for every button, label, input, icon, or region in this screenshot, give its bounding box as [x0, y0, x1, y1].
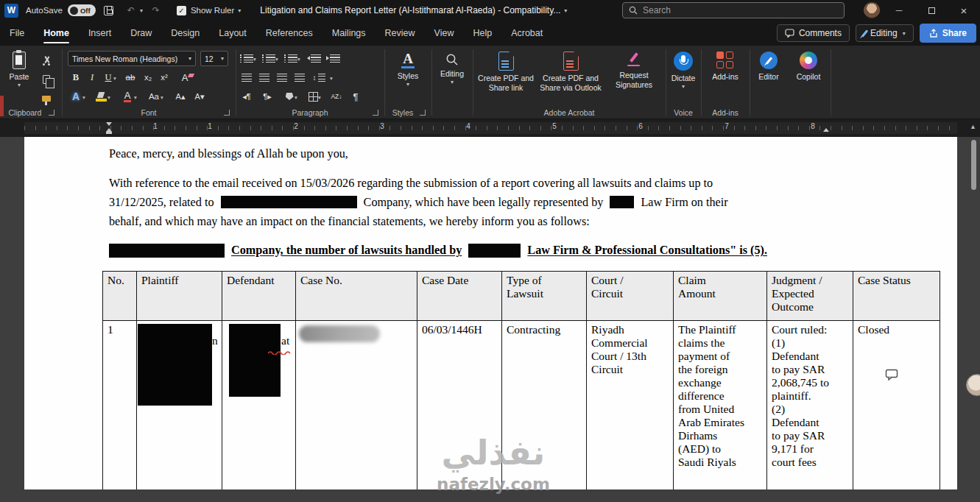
vertical-scrollbar-thumb[interactable] — [971, 140, 976, 190]
minimize-button[interactable]: ─ — [883, 0, 915, 21]
user-avatar[interactable] — [864, 2, 880, 18]
format-painter-button[interactable] — [38, 91, 54, 106]
superscript-button[interactable]: x² — [156, 70, 172, 85]
shading-chevron-icon[interactable]: ▾ — [295, 94, 297, 101]
tab-layout[interactable]: Layout — [209, 21, 256, 46]
align-left-button[interactable] — [239, 70, 255, 85]
multilevel-chevron-icon[interactable]: ▾ — [297, 56, 300, 63]
underline-chevron-icon[interactable]: ▾ — [113, 75, 116, 82]
highlight-chevron-icon[interactable]: ▾ — [107, 94, 110, 101]
styles-button[interactable]: A Styles ▾ — [390, 52, 426, 88]
copilot-button[interactable]: Copilot — [789, 52, 828, 82]
presence-avatar[interactable] — [966, 374, 980, 396]
justify-button[interactable] — [292, 70, 308, 85]
tab-home[interactable]: Home — [34, 21, 79, 46]
document-title[interactable]: Litigation and Claims Report Letter (Al-… — [260, 5, 560, 15]
close-button[interactable]: × — [948, 0, 980, 21]
tab-mailings[interactable]: Mailings — [322, 21, 376, 46]
share-button[interactable]: Share — [920, 24, 976, 43]
line-spacing-chevron-icon[interactable]: ▾ — [330, 75, 333, 82]
addins-button[interactable]: Add-ins — [708, 52, 743, 82]
change-case-button[interactable]: Aa — [146, 89, 162, 104]
editor-button[interactable]: Editor — [751, 52, 786, 82]
grow-font-button[interactable]: A▴ — [172, 89, 188, 104]
tab-acrobat[interactable]: Acrobat — [501, 21, 552, 46]
redo-button[interactable]: ↷ — [147, 2, 165, 18]
strikethrough-button[interactable]: ab — [122, 70, 138, 85]
tab-draw[interactable]: Draw — [121, 21, 161, 46]
undo-button[interactable]: ↶ — [122, 2, 140, 18]
change-case-chevron-icon[interactable]: ▾ — [161, 94, 163, 101]
text-effects-chevron-icon[interactable]: ▾ — [82, 94, 85, 101]
cut-button[interactable] — [38, 53, 54, 68]
tab-insert[interactable]: Insert — [79, 21, 121, 46]
request-signatures-button[interactable]: Request Signatures — [604, 52, 664, 89]
tab-design[interactable]: Design — [161, 21, 209, 46]
ltr-direction-button[interactable]: ¶▸ — [259, 89, 275, 104]
search-input[interactable] — [643, 5, 819, 15]
horizontal-ruler[interactable] — [24, 122, 957, 134]
editing-menu-button[interactable]: Editing ▾ — [436, 53, 468, 85]
editing-mode-dropdown[interactable]: Editing ▾ — [856, 24, 914, 42]
multilevel-list-button[interactable] — [283, 51, 299, 66]
create-pdf-share-link-button[interactable]: Create PDF and Share link — [474, 52, 537, 92]
shrink-font-button[interactable]: A▾ — [191, 89, 208, 104]
undo-chevron-icon[interactable]: ▾ — [140, 7, 143, 14]
font-dialog-launcher[interactable] — [224, 110, 230, 116]
numbering-chevron-icon[interactable]: ▾ — [275, 56, 278, 63]
align-center-button[interactable] — [256, 70, 272, 85]
font-color-chevron-icon[interactable]: ▾ — [134, 94, 137, 101]
tab-file[interactable]: File — [0, 21, 34, 46]
rtl-direction-button[interactable]: ◂¶ — [239, 89, 255, 104]
line-spacing-button[interactable]: ↕ — [311, 70, 327, 85]
title-chevron-icon[interactable]: ▾ — [564, 7, 567, 14]
tab-references[interactable]: References — [256, 21, 322, 46]
increase-indent-button[interactable] — [327, 51, 343, 66]
document-page[interactable]: Peace, mercy, and blessings of Allah be … — [24, 137, 957, 489]
borders-chevron-icon[interactable]: ▾ — [318, 94, 321, 101]
scroll-up-arrow[interactable]: ▲ — [970, 123, 976, 130]
left-indent-marker[interactable] — [106, 132, 112, 134]
qat-chevron-icon[interactable]: ▾ — [238, 7, 241, 14]
search-box[interactable] — [622, 2, 845, 18]
decrease-indent-button[interactable] — [308, 51, 324, 66]
tab-view[interactable]: View — [425, 21, 464, 46]
styles-dialog-launcher[interactable] — [420, 110, 426, 116]
paste-button[interactable]: Paste ▾ — [3, 52, 35, 88]
comments-button[interactable]: Comments — [777, 24, 850, 42]
styles-chevron-icon[interactable]: ▾ — [406, 81, 409, 88]
show-ruler-checkbox[interactable]: ✓ — [177, 6, 186, 15]
litigation-table[interactable]: No. Plaintiff Defendant Case No. Case Da… — [102, 271, 940, 489]
tab-review[interactable]: Review — [376, 21, 425, 46]
paragraph-dialog-launcher[interactable] — [373, 110, 378, 116]
dictate-button[interactable]: Dictate ▾ — [669, 52, 698, 90]
clear-formatting-button[interactable]: A — [177, 70, 193, 85]
clipboard-dialog-launcher[interactable] — [49, 110, 54, 116]
bold-button[interactable]: B — [68, 70, 84, 85]
copy-button[interactable] — [38, 72, 54, 87]
maximize-button[interactable] — [915, 0, 948, 21]
word-logo-icon[interactable]: W — [4, 4, 18, 18]
bullets-button[interactable] — [239, 51, 255, 66]
autosave-toggle[interactable]: Off — [68, 4, 96, 16]
comment-bubble-icon[interactable] — [885, 369, 898, 381]
right-indent-marker[interactable] — [823, 128, 829, 132]
text-effects-button[interactable]: A — [68, 89, 84, 104]
save-button[interactable] — [100, 2, 118, 18]
dictate-chevron-icon[interactable]: ▾ — [682, 83, 685, 91]
first-line-indent-marker[interactable] — [106, 122, 112, 126]
paste-chevron-icon[interactable]: ▾ — [18, 82, 21, 89]
italic-button[interactable]: I — [84, 70, 100, 85]
sort-button[interactable]: AZ↓ — [328, 89, 345, 104]
editing-group-chevron-icon[interactable]: ▾ — [451, 79, 454, 86]
show-paragraph-marks-button[interactable]: ¶ — [348, 89, 364, 104]
highlight-button[interactable] — [93, 89, 109, 104]
font-color-button[interactable]: A — [119, 89, 135, 104]
align-right-button[interactable] — [274, 70, 290, 85]
subscript-button[interactable]: x₂ — [140, 70, 156, 85]
font-size-combo[interactable]: 12 ▾ — [200, 51, 228, 66]
create-pdf-outlook-button[interactable]: Create PDF and Share via Outlook — [539, 52, 602, 92]
numbering-button[interactable] — [261, 51, 277, 66]
tab-help[interactable]: Help — [463, 21, 501, 46]
font-name-combo[interactable]: Times New Roman (Headings) ▾ — [68, 51, 196, 66]
